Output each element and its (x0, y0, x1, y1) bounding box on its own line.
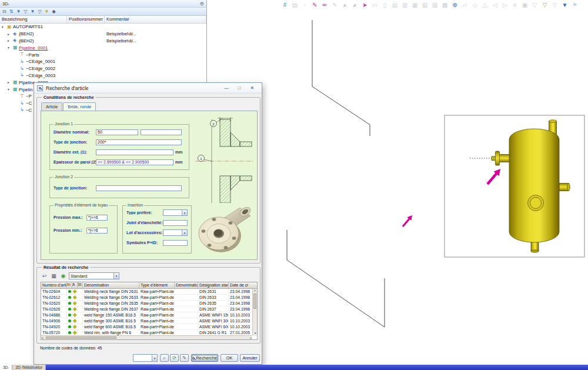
col-denomination[interactable]: Dénomination (83, 282, 139, 288)
tree-caret-icon[interactable]: ▸ (8, 39, 13, 42)
tree-row[interactable]: ⊤ ~Parts (0, 51, 206, 58)
result-row[interactable]: TN-04886 weld flange 150 ASME B16.5 Raw-… (41, 312, 257, 318)
toolbar-icon[interactable]: ▤ (290, 1, 300, 10)
results-horizontal-scrollbar[interactable]: ◂▸ (41, 335, 252, 339)
panel-toolbar-icon[interactable]: ▼ (30, 9, 35, 14)
results-filter-select[interactable]: Standard▾ (69, 272, 119, 279)
condition-tab[interactable]: Bride, ronde (63, 102, 96, 111)
results-toolbar-icon[interactable]: ▦ (50, 272, 58, 279)
toolbar-icon[interactable]: ▷ (500, 1, 510, 10)
toolbar-icon[interactable]: ▭ (370, 1, 380, 10)
maximize-button[interactable]: □ (233, 84, 246, 92)
cancel-button[interactable]: Annuler (240, 354, 260, 362)
panel-toolbar-icon[interactable]: ⊟ (2, 9, 6, 14)
tree-row[interactable]: ▸ ◈ (BEH2) Beispielbehäl... (0, 31, 206, 38)
panel-toolbar-icon[interactable]: ◆ (52, 9, 55, 14)
toolbar-icon[interactable]: ⌕ (350, 1, 360, 10)
panel-toolbar-icon[interactable]: ▽ (38, 9, 41, 14)
col-type-element[interactable]: Type d'élément (139, 282, 175, 288)
tree-row[interactable]: ↳ ~CEdge_0003 (0, 72, 206, 79)
lot-accessoires-select[interactable]: ▾ (163, 229, 188, 236)
col-denomination2[interactable]: Dénomination (175, 282, 198, 288)
toolbar-icon[interactable]: ▯ (380, 1, 390, 10)
table-search-button[interactable]: ⌕ (160, 354, 169, 362)
edit-button[interactable]: ✎ (180, 354, 189, 362)
toolbar-icon[interactable]: ▣ (520, 1, 530, 10)
result-row[interactable]: TN-04920 weld flange 600 ASME B16.5 Raw-… (41, 324, 257, 330)
refresh-button[interactable]: ⟳ (170, 354, 179, 362)
results-vertical-scrollbar[interactable]: ▲▼ (252, 289, 257, 335)
tree-row[interactable]: ↳ ~CEdge_0002 (0, 65, 206, 72)
diametre-nominal-input2[interactable] (141, 129, 182, 135)
search-button[interactable]: Recherche (191, 354, 218, 362)
toolbar-icon[interactable]: ✎ (310, 1, 320, 10)
dialog-title-bar[interactable]: Recherche d'article — □ ✕ (34, 83, 262, 94)
tree-row[interactable]: ▸ ◈ (BEH2) Beispielbehäl... (0, 38, 206, 45)
result-row[interactable]: TN-02626 Welding neck flange DIN 2637 Ra… (41, 306, 257, 312)
footer-select[interactable]: ▾ (133, 354, 158, 362)
type-prefere-select[interactable]: ▾ (163, 209, 188, 216)
toolbar-icon[interactable]: ▧ (420, 1, 430, 10)
toolbar-icon[interactable]: △ (480, 1, 490, 10)
toolbar-icon[interactable]: ⚑ (570, 1, 580, 10)
tree-caret-icon[interactable]: ▾ (2, 25, 7, 29)
col-designation[interactable]: Désignation standa (198, 282, 229, 288)
toolbar-icon[interactable]: ⌕ (340, 1, 350, 10)
tree-caret-icon[interactable]: ▾ (8, 88, 13, 91)
toolbar-icon[interactable]: ▼ (560, 1, 570, 10)
panel-toolbar-icon[interactable]: ▽ (24, 9, 27, 14)
result-row[interactable]: TN-02620 Welding neck flange DIN 2635 Ra… (41, 301, 257, 306)
bottom-tab[interactable]: 2D-Teilestruktur (12, 365, 46, 370)
tree-caret-icon[interactable]: ▸ (8, 81, 13, 84)
toolbar-icon[interactable]: ▱ (460, 1, 470, 10)
pression-max-input[interactable]: *|>=6 (86, 215, 108, 221)
panel-caption-bar[interactable]: 3D- ⚙ (0, 0, 206, 8)
toolbar-icon[interactable]: ▨ (430, 1, 440, 10)
col-a[interactable]: A (72, 282, 78, 288)
toolbar-icon[interactable]: ▫ (300, 1, 310, 10)
ok-button[interactable]: OK (220, 354, 238, 362)
joint-input[interactable] (163, 220, 188, 226)
panel-toolbar-icon[interactable]: ▼ (16, 9, 21, 14)
results-toolbar-icon[interactable]: ◉ (59, 272, 67, 279)
column-positionsnummer[interactable]: Positionsnummer (67, 16, 105, 23)
toolbar-icon[interactable]: ✏ (320, 1, 330, 10)
toolbar-icon[interactable]: ▤ (390, 1, 400, 10)
col-numero[interactable]: Numéro d'artic (41, 282, 67, 288)
tree-caret-icon[interactable]: ▸ (8, 32, 13, 36)
symboles-pid-input[interactable] (163, 240, 188, 246)
result-row[interactable]: TN-02612 Welding neck flange DIN 2633 Ra… (41, 295, 257, 301)
toolbar-icon[interactable]: ▽ (530, 1, 540, 10)
pression-min-input[interactable]: *|<=6 (86, 228, 108, 234)
column-kommentar[interactable]: Kommentar (105, 16, 206, 23)
type-jonction-input[interactable]: 200* (96, 139, 182, 145)
toolbar-icon[interactable]: ⊕ (450, 1, 460, 10)
type-jonction2-input[interactable] (96, 185, 182, 191)
toolbar-icon[interactable]: ➤ (360, 1, 370, 10)
column-bezeichnung[interactable]: Bezeichnung (0, 16, 67, 23)
minimize-button[interactable]: — (220, 84, 233, 92)
epaisseur-input[interactable]: >= 2.899500 & <= 2.900500 (96, 159, 173, 165)
diametre-nominal-input[interactable]: 50 (96, 129, 138, 135)
toolbar-icon[interactable]: ✎ (330, 1, 340, 10)
tree-row[interactable]: ▾ ▣ AUTOPARTS1 (0, 24, 206, 31)
toolbar-icon[interactable]: ≡ (510, 1, 520, 10)
toolbar-icon[interactable]: ▽ (540, 1, 550, 10)
toolbar-icon[interactable]: ▥ (400, 1, 410, 10)
condition-tab[interactable]: Article (41, 102, 62, 111)
toolbar-icon[interactable]: ▦ (410, 1, 420, 10)
panel-toolbar-icon[interactable]: ⇅ (9, 9, 14, 14)
gear-icon[interactable]: ⚙ (200, 1, 204, 6)
panel-toolbar-icon[interactable]: ▼ (45, 9, 49, 14)
bottom-tab[interactable]: 3D- (0, 365, 12, 370)
col-st[interactable]: St (78, 282, 83, 288)
diametre-ext-input[interactable] (96, 149, 173, 155)
close-button[interactable]: ✕ (246, 84, 259, 92)
tree-row[interactable]: ↳ ~CEdge_0001 (0, 58, 206, 65)
result-row[interactable]: TN-04906 weld flange 300 ASME B16.5 Raw-… (41, 318, 257, 324)
toolbar-icon[interactable]: ◁ (490, 1, 500, 10)
toolbar-icon[interactable]: ◇ (470, 1, 480, 10)
toolbar-icon[interactable]: ▩ (440, 1, 450, 10)
toolbar-icon[interactable]: # (280, 1, 290, 10)
tree-caret-icon[interactable]: ▾ (8, 46, 13, 49)
